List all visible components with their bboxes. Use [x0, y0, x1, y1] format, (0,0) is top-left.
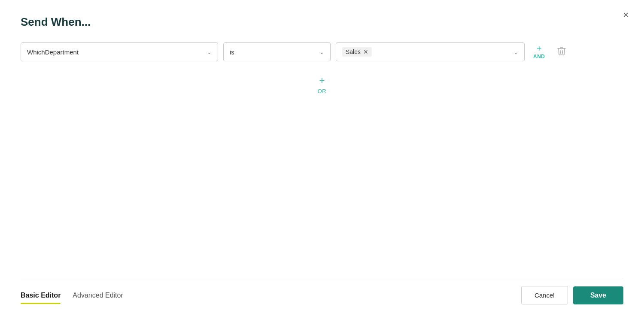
operator-chevron-icon: ⌄: [319, 49, 324, 55]
and-plus-icon: +: [537, 44, 542, 53]
or-plus-button[interactable]: +: [317, 75, 328, 86]
send-when-modal: × Send When... WhichDepartment ⌄ is ⌄ Sa…: [0, 0, 644, 313]
tab-basic-editor[interactable]: Basic Editor: [21, 287, 61, 304]
and-label: AND: [533, 54, 545, 60]
trash-icon: [557, 46, 566, 56]
operator-value: is: [230, 48, 316, 56]
condition-row: WhichDepartment ⌄ is ⌄ Sales ✕ ⌄ + AND: [21, 42, 623, 61]
editor-tabs: Basic Editor Advanced Editor: [21, 287, 135, 304]
close-button[interactable]: ×: [620, 9, 632, 21]
field-dropdown[interactable]: WhichDepartment ⌄: [21, 42, 218, 61]
or-label: OR: [318, 88, 327, 94]
delete-condition-button[interactable]: [554, 45, 569, 60]
save-button[interactable]: Save: [573, 286, 623, 304]
modal-title: Send When...: [21, 15, 623, 29]
operator-dropdown[interactable]: is ⌄: [223, 42, 331, 61]
value-tag-remove[interactable]: ✕: [363, 49, 368, 55]
and-button[interactable]: + AND: [530, 42, 549, 61]
value-tag-label: Sales: [346, 48, 361, 55]
or-section: + OR: [21, 75, 623, 94]
spacer: [21, 94, 623, 278]
footer: Basic Editor Advanced Editor Cancel Save: [21, 278, 623, 313]
footer-actions: Cancel Save: [521, 286, 623, 304]
cancel-button[interactable]: Cancel: [521, 286, 568, 304]
field-chevron-icon: ⌄: [207, 49, 212, 55]
value-chevron-icon: ⌄: [513, 49, 518, 55]
value-tag: Sales ✕: [342, 47, 372, 57]
field-value: WhichDepartment: [27, 48, 204, 56]
value-field[interactable]: Sales ✕ ⌄: [336, 42, 525, 61]
tab-advanced-editor[interactable]: Advanced Editor: [73, 287, 123, 304]
